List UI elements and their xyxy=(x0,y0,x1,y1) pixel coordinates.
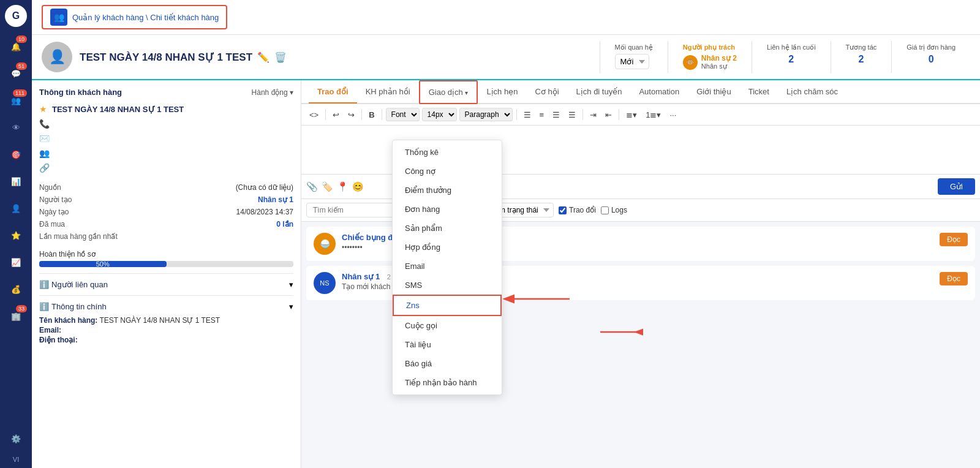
people-icon: 👤 xyxy=(11,204,21,213)
tab-lich-cham-soc[interactable]: Lịch chăm sóc xyxy=(778,81,846,104)
breadcrumb[interactable]: 👥 Quản lý khách hàng \ Chi tiết khách hà… xyxy=(42,5,227,29)
tab-giao-dich[interactable]: Giao dịch ▾ xyxy=(419,80,478,104)
bold-btn[interactable]: B xyxy=(366,108,377,121)
sidebar-logo[interactable]: G xyxy=(5,5,27,27)
tab-lich-hen[interactable]: Lịch hẹn xyxy=(478,81,526,104)
delete-icon[interactable]: 🗑️ xyxy=(274,51,287,63)
employee-filter[interactable]: Nhân viên xyxy=(409,203,464,217)
font-size-select[interactable]: 14px xyxy=(422,108,457,121)
customer-header: 👤 TEST NGÀY 14/8 NHAN SỰ 1 TEST ✏️ 🗑️ Mố… xyxy=(32,35,980,80)
send-button[interactable]: Gửi xyxy=(938,178,975,195)
phone-label: Điện thoại: xyxy=(39,336,78,344)
sidebar-item-notifications[interactable]: 🔔 10 xyxy=(4,34,28,59)
align-right-btn[interactable]: ☰ xyxy=(549,108,563,121)
bell-icon: 🔔 xyxy=(11,42,21,51)
more-btn[interactable]: ··· xyxy=(666,108,679,121)
align-justify-btn[interactable]: ☰ xyxy=(565,108,579,121)
msg-content-2: Nhân sự 1 2 ngày Tạo mới khách hàng... xyxy=(342,272,933,291)
info-circle-icon: ℹ️ xyxy=(39,280,49,289)
sep5 xyxy=(582,109,583,120)
message-item: 🍚 Chiếc bụng đói (t... •••••••• Đọc xyxy=(306,227,975,261)
code-btn[interactable]: <> xyxy=(306,108,322,121)
tab-trao-doi[interactable]: Trao đổi xyxy=(309,81,357,104)
format-select[interactable]: Paragraph xyxy=(459,108,513,121)
sidebar-item-star[interactable]: ⭐ xyxy=(4,223,28,247)
tab-kh-phan-hoi[interactable]: KH phản hồi xyxy=(357,81,419,104)
chevron-down2-icon: ▾ xyxy=(289,302,293,311)
status-filter[interactable]: Lựa chọn trạng thái xyxy=(469,203,554,217)
tab-ticket[interactable]: Ticket xyxy=(740,81,778,104)
creator-value: Nhân sự 1 xyxy=(258,195,293,204)
chart-icon: 📊 xyxy=(11,177,21,186)
edit-icon[interactable]: ✏️ xyxy=(257,51,270,63)
phone-icon: 📞 xyxy=(39,119,50,129)
related-header[interactable]: ℹ️ Người liên quan ▾ xyxy=(39,280,293,289)
profile-progress: Hoàn thiện hồ sơ 50% xyxy=(39,250,293,267)
sidebar-item-dollar[interactable]: 💰 xyxy=(4,277,28,301)
editor-content[interactable] xyxy=(301,126,980,162)
sidebar-language[interactable]: VI xyxy=(13,456,19,463)
sidebar-item-messages[interactable]: 💬 51 xyxy=(4,61,28,86)
tab-dropdown-arrow: ▾ xyxy=(465,89,468,96)
redo-btn[interactable]: ↪ xyxy=(345,108,358,121)
sidebar-bottom: ⚙️ VI xyxy=(4,426,28,468)
group-item: 👥 xyxy=(39,146,293,160)
main-info-header[interactable]: ℹ️ Thông tin chính ▾ xyxy=(39,302,293,311)
sidebar-item-settings[interactable]: ⚙️ xyxy=(4,426,28,451)
editor-icon-group: 📎 🏷️ 📍 😊 xyxy=(306,181,364,192)
msg-sender-2: Nhân sự 1 xyxy=(342,272,380,281)
checkbox-trao-doi[interactable]: Trao đổi xyxy=(559,206,596,214)
list-btn[interactable]: ≣▾ xyxy=(623,108,640,121)
trao-doi-checkbox[interactable] xyxy=(559,206,567,214)
sep4 xyxy=(516,109,517,120)
bought-label: Đã mua xyxy=(39,220,65,228)
customers-badge: 111 xyxy=(13,89,27,97)
msg-time-2: 2 ngày xyxy=(387,273,407,281)
read-btn-2[interactable]: Đọc xyxy=(940,272,968,285)
align-center-btn[interactable]: ≡ xyxy=(537,108,548,121)
read-btn-1[interactable]: Đọc xyxy=(940,233,968,246)
msg-sender-1: Chiếc bụng đói (t... xyxy=(342,233,414,242)
font-select[interactable]: Font xyxy=(386,108,420,121)
undo-btn[interactable]: ↩ xyxy=(330,108,342,121)
sidebar-item-people[interactable]: 👤 xyxy=(4,196,28,221)
msg-body-1: •••••••• xyxy=(342,243,933,252)
order-stat: Giá trị đơn hàng 0 xyxy=(891,41,970,73)
align-left-btn[interactable]: ☰ xyxy=(521,108,534,121)
creator-row: Người tạo Nhân sự 1 xyxy=(39,194,293,206)
panel-title: Thông tin khách hàng xyxy=(39,88,122,97)
sidebar-item-chart[interactable]: 📊 xyxy=(4,169,28,194)
ordered-list-btn[interactable]: 1≣▾ xyxy=(643,108,664,121)
progress-percent: 50% xyxy=(39,261,167,267)
filter-bar: Nhân viên Lựa chọn trạng thái Trao đổi L… xyxy=(301,199,980,222)
tab-co-hoi[interactable]: Cơ hội xyxy=(526,81,567,104)
outdent-btn[interactable]: ⇤ xyxy=(602,108,615,121)
order-value: 0 xyxy=(907,54,956,65)
checkbox-logs[interactable]: Logs xyxy=(601,206,627,214)
name-field-label: Tên khách hàng: xyxy=(39,316,97,325)
indent-btn[interactable]: ⇥ xyxy=(587,108,600,121)
sidebar-item-analytics[interactable]: 📈 xyxy=(4,250,28,274)
location-icon[interactable]: 📍 xyxy=(337,181,349,192)
analytics-icon: 📈 xyxy=(11,258,21,267)
emoji-icon[interactable]: 😊 xyxy=(352,181,364,192)
info-circle2-icon: ℹ️ xyxy=(39,302,49,311)
team-icon: 🏢 xyxy=(11,312,21,321)
source-label: Nguồn xyxy=(39,183,61,192)
link-item: 🔗 xyxy=(39,160,293,175)
msg-body-2: Tạo mới khách hàng... xyxy=(342,282,933,291)
sidebar-item-target[interactable]: 🎯 xyxy=(4,142,28,167)
sidebar-item-customers[interactable]: 👥 111 xyxy=(4,88,28,113)
relation-select[interactable]: Mới xyxy=(615,54,649,69)
eye-icon: 👁 xyxy=(12,123,20,132)
sidebar-item-eye[interactable]: 👁 xyxy=(4,115,28,140)
tab-automation[interactable]: Automation xyxy=(630,81,688,104)
tab-gioi-thieu[interactable]: Giới thiệu xyxy=(688,81,739,104)
attachment-icon[interactable]: 📎 xyxy=(306,181,318,192)
tag-icon[interactable]: 🏷️ xyxy=(322,181,333,192)
action-button[interactable]: Hành động ▾ xyxy=(252,88,293,97)
sidebar-item-team[interactable]: 🏢 33 xyxy=(4,304,28,328)
tab-lich-di-tuyen[interactable]: Lịch đi tuyến xyxy=(568,81,631,104)
search-input[interactable] xyxy=(306,203,404,217)
logs-checkbox[interactable] xyxy=(601,206,609,214)
